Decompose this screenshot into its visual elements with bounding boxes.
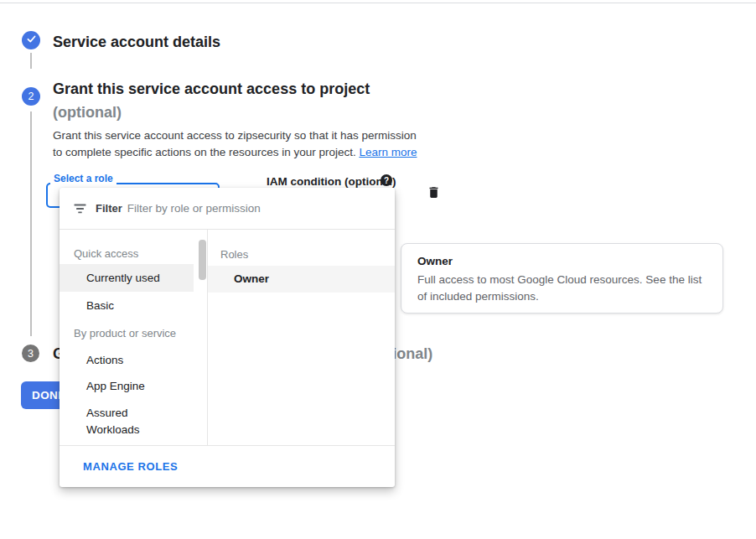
panel-divider bbox=[60, 229, 395, 230]
list-item-owner[interactable]: Owner bbox=[208, 266, 395, 293]
quick-access-header: Quick access bbox=[74, 247, 138, 260]
trash-icon[interactable] bbox=[427, 184, 443, 201]
manage-roles-link[interactable]: MANAGE ROLES bbox=[83, 446, 178, 487]
tooltip-role-description: Full access to most Google Cloud resourc… bbox=[417, 272, 712, 304]
iam-condition-label: IAM condition (optional) bbox=[267, 175, 396, 188]
step3-number-badge: 3 bbox=[22, 345, 39, 362]
list-item-actions[interactable]: Actions bbox=[86, 354, 123, 366]
scrollbar-thumb[interactable] bbox=[199, 240, 206, 280]
step2-title-optional: (optional) bbox=[53, 101, 370, 124]
list-item-app-engine[interactable]: App Engine bbox=[86, 380, 145, 392]
help-glyph: ? bbox=[384, 176, 389, 185]
step2-number-badge: 2 bbox=[22, 87, 40, 106]
step2-title: Grant this service account access to pro… bbox=[53, 77, 370, 124]
step1-title: Service account details bbox=[53, 30, 220, 54]
list-item-currently-used[interactable]: Currently used bbox=[60, 264, 194, 292]
top-divider bbox=[0, 3, 756, 3]
column-divider bbox=[207, 230, 208, 445]
step2-description: Grant this service account access to zip… bbox=[53, 127, 426, 161]
role-dropdown-panel: Filter Filter by role or permission Quic… bbox=[60, 188, 395, 487]
list-item-label: Currently used bbox=[86, 264, 160, 292]
step2-number: 2 bbox=[28, 91, 34, 102]
role-tooltip-card: Owner Full access to most Google Cloud r… bbox=[401, 243, 723, 314]
step3-number: 3 bbox=[28, 348, 34, 360]
check-icon bbox=[26, 34, 37, 47]
filter-label: Filter bbox=[96, 202, 122, 215]
list-item-assured-workloads[interactable]: Assured Workloads bbox=[86, 405, 162, 438]
create-service-account-page: Service account details 2 Grant this ser… bbox=[0, 0, 756, 539]
filter-placeholder: Filter by role or permission bbox=[127, 202, 261, 215]
list-item-basic[interactable]: Basic bbox=[86, 299, 114, 312]
step-connector bbox=[30, 111, 32, 336]
role-filter-input[interactable]: Filter Filter by role or permission bbox=[60, 188, 395, 229]
tooltip-role-title: Owner bbox=[417, 255, 707, 267]
help-icon[interactable]: ? bbox=[381, 174, 392, 186]
step1-complete-indicator bbox=[22, 31, 40, 49]
roles-header: Roles bbox=[220, 248, 248, 261]
step-connector bbox=[30, 53, 32, 69]
by-product-header: By product or service bbox=[74, 327, 176, 339]
learn-more-link[interactable]: Learn more bbox=[359, 146, 417, 158]
filter-icon bbox=[74, 204, 86, 214]
role-select-label: Select a role bbox=[50, 173, 117, 184]
list-item-label: Owner bbox=[234, 266, 269, 293]
step2-title-text: Grant this service account access to pro… bbox=[53, 77, 370, 101]
